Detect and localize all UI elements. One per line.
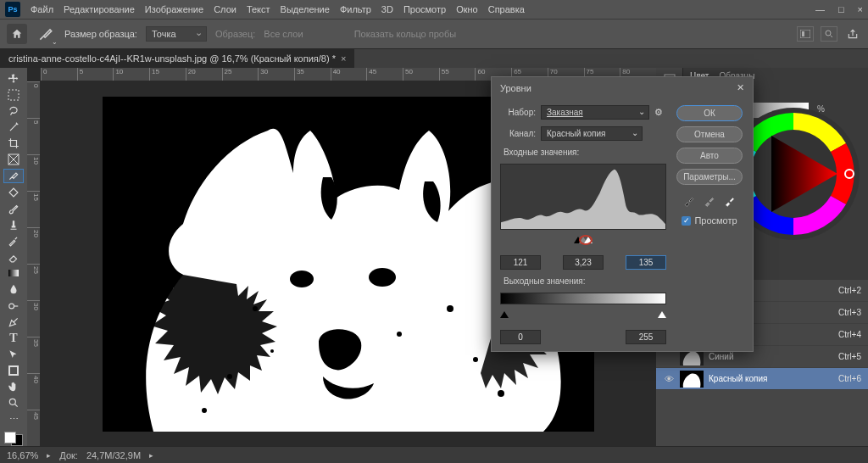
output-white-input[interactable] [626, 330, 666, 344]
hand-tool[interactable] [3, 380, 24, 394]
levels-title: Уровни [500, 83, 531, 93]
output-slider[interactable] [500, 311, 666, 323]
svg-rect-6 [8, 270, 19, 276]
frame-tool[interactable] [3, 153, 24, 167]
brush-tool[interactable] [3, 201, 24, 215]
gradient-tool[interactable] [3, 266, 24, 281]
type-tool[interactable]: T [3, 331, 24, 345]
healing-tool[interactable] [3, 185, 24, 199]
levels-titlebar[interactable]: Уровни ✕ [492, 77, 753, 98]
window-controls: — □ × [815, 4, 863, 14]
crop-tool[interactable] [3, 136, 24, 150]
preset-label: Набор: [500, 108, 536, 117]
auto-button[interactable]: Авто [676, 148, 743, 164]
share-icon[interactable] [844, 26, 861, 42]
color-swatches[interactable] [4, 432, 23, 446]
gamma-input[interactable] [563, 255, 604, 270]
history-brush-tool[interactable] [3, 234, 24, 248]
black-eyedropper-icon[interactable] [682, 193, 697, 209]
eraser-tool[interactable] [3, 250, 24, 265]
gray-eyedropper-icon[interactable] [702, 193, 717, 209]
channel-select[interactable]: Красный копия [541, 126, 643, 141]
svg-point-15 [397, 332, 402, 337]
svg-rect-0 [800, 30, 810, 38]
home-button[interactable] [7, 24, 27, 44]
maximize-button[interactable]: □ [838, 4, 844, 14]
svg-point-9 [9, 399, 15, 405]
marquee-tool[interactable] [3, 87, 24, 102]
highlight-input[interactable] [626, 255, 666, 270]
tool-preset-picker[interactable]: ⌄ [36, 24, 56, 44]
histogram [500, 164, 666, 230]
menu-help[interactable]: Справка [488, 4, 525, 14]
cancel-button[interactable]: Отмена [676, 126, 743, 142]
svg-rect-8 [9, 366, 18, 375]
zoom-tool[interactable] [3, 396, 24, 410]
output-black-slider[interactable] [500, 311, 509, 318]
highlight-slider[interactable] [584, 237, 593, 243]
svg-point-2 [826, 31, 831, 36]
output-white-slider[interactable] [658, 311, 666, 318]
input-slider[interactable] [500, 237, 666, 248]
menu-select[interactable]: Выделение [281, 4, 330, 14]
edit-toolbar[interactable]: ⋯ [3, 412, 24, 427]
preview-checkbox-row[interactable]: ✓ Просмотр [682, 215, 737, 226]
visibility-icon[interactable]: 👁 [663, 374, 675, 384]
close-icon[interactable]: × [341, 53, 346, 64]
menu-window[interactable]: Окно [456, 4, 478, 14]
eyedropper-tool[interactable] [3, 169, 24, 184]
svg-point-19 [498, 390, 504, 397]
channel-thumbnail [680, 371, 704, 388]
ok-button[interactable]: ОК [676, 105, 743, 121]
doc-size-label: Док: [59, 450, 78, 460]
channel-row[interactable]: 👁 Красный копия Ctrl+6 [656, 368, 868, 390]
channel-shortcut: Ctrl+6 [838, 374, 861, 383]
zoom-level[interactable]: 16,67% [7, 450, 38, 460]
sample-size-select[interactable]: Точка [146, 26, 207, 42]
preset-select[interactable]: Заказная [541, 105, 649, 120]
tools-panel: T ⋯ [0, 68, 27, 446]
shape-tool[interactable] [3, 363, 24, 377]
show-ring-label: Показать кольцо пробы [354, 29, 457, 39]
document-tab[interactable]: cristina-anne-costello-c4AjI--KR1w-unspl… [0, 49, 354, 68]
channel-label: Канал: [500, 129, 536, 138]
channel-name: Красный копия [709, 374, 833, 383]
minimize-button[interactable]: — [815, 4, 825, 14]
svg-point-20 [202, 408, 207, 413]
menu-image[interactable]: Изображение [145, 4, 203, 14]
blur-tool[interactable] [3, 282, 24, 297]
svg-point-18 [227, 374, 232, 379]
menu-3d[interactable]: 3D [381, 4, 393, 14]
dodge-tool[interactable] [3, 298, 24, 313]
sample-value: Все слои [264, 29, 303, 39]
wand-tool[interactable] [3, 120, 24, 134]
menu-file[interactable]: Файл [31, 4, 53, 14]
close-button[interactable]: × [858, 4, 863, 14]
menu-edit[interactable]: Редактирование [64, 4, 135, 14]
gear-icon[interactable]: ⚙ [654, 107, 666, 118]
svg-rect-3 [8, 90, 19, 100]
checkbox-icon[interactable]: ✓ [682, 216, 691, 226]
ruler-vertical[interactable]: 051015202530354045 [27, 81, 41, 446]
lasso-tool[interactable] [3, 103, 24, 118]
svg-point-11 [290, 271, 314, 287]
menu-type[interactable]: Текст [247, 4, 270, 14]
search-icon[interactable] [821, 26, 837, 42]
stamp-tool[interactable] [3, 217, 24, 232]
output-black-input[interactable] [500, 330, 541, 344]
path-tool[interactable] [3, 347, 24, 361]
close-icon[interactable]: ✕ [737, 82, 744, 93]
move-tool[interactable] [3, 71, 24, 86]
menu-filter[interactable]: Фильтр [340, 4, 371, 14]
options-button[interactable]: Параметры... [676, 169, 743, 185]
white-eyedropper-icon[interactable] [722, 193, 737, 209]
menu-view[interactable]: Просмотр [403, 4, 446, 14]
menu-layers[interactable]: Слои [214, 4, 236, 14]
svg-point-7 [9, 304, 14, 309]
shadow-input[interactable] [500, 255, 541, 270]
channel-name: Синий [709, 352, 833, 361]
svg-rect-1 [802, 31, 804, 36]
svg-rect-5 [9, 188, 18, 197]
workspace-switcher[interactable] [797, 26, 814, 42]
pen-tool[interactable] [3, 315, 24, 329]
